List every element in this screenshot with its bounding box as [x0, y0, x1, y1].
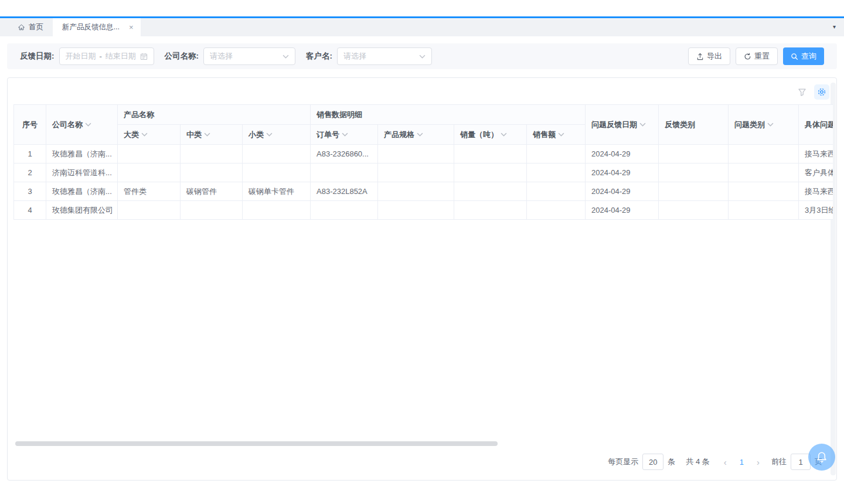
table-cell	[378, 201, 454, 220]
table-cell	[729, 145, 799, 164]
tab-bar: 首页 新产品反馈信息... × ▾	[0, 18, 844, 36]
date-filter-label: 反馈日期:	[20, 51, 55, 62]
table-cell	[729, 201, 799, 220]
table-row: 3玫德雅昌（济南...管件类碳钢管件碳钢单卡管件A83-232L852A2024…	[14, 182, 833, 201]
caret-down-icon	[85, 120, 91, 128]
table-cell	[454, 164, 527, 182]
table-card: 序号 公司名称 产品名称 销售数据明细 问题反馈日期 反馈类别 问题类别 具体问…	[7, 77, 837, 481]
table-cell	[659, 182, 729, 201]
table-cell	[454, 182, 527, 201]
tab-home[interactable]: 首页	[8, 18, 53, 36]
customer-select[interactable]: 请选择	[337, 47, 432, 65]
gear-icon	[817, 87, 826, 97]
company-select-placeholder: 请选择	[210, 51, 233, 62]
table-cell: 2024-04-29	[586, 145, 659, 164]
table-header-group-row: 序号 公司名称 产品名称 销售数据明细 问题反馈日期 反馈类别 问题类别 具体问…	[14, 105, 833, 125]
tab-home-label: 首页	[29, 22, 43, 32]
col-header-spec[interactable]: 产品规格	[378, 125, 454, 145]
table-cell	[729, 164, 799, 182]
date-end-placeholder: 结束日期	[106, 51, 136, 62]
caret-down-icon	[639, 120, 646, 128]
table-cell	[243, 201, 311, 220]
notification-bell-button[interactable]	[808, 444, 835, 471]
table-cell: 1	[14, 145, 46, 164]
table-row: 4玫德集团有限公司2024-04-293月3日给	[14, 201, 833, 220]
home-icon	[18, 23, 25, 31]
table-cell: A83-2326860...	[311, 145, 378, 164]
col-header-volume[interactable]: 销量（吨）	[454, 125, 527, 145]
col-header-cat-minor[interactable]: 小类	[243, 125, 311, 145]
reset-button[interactable]: 重置	[736, 47, 778, 65]
caret-down-icon	[342, 130, 348, 138]
page-size-unit: 条	[668, 457, 675, 467]
refresh-icon	[744, 53, 751, 60]
table-cell	[181, 201, 243, 220]
date-separator: -	[100, 52, 102, 61]
table-cell: 碳钢单卡管件	[243, 182, 311, 201]
table-cell: 客户具体	[799, 164, 833, 182]
table-cell	[729, 182, 799, 201]
tabbar-dropdown-icon[interactable]: ▾	[833, 23, 836, 30]
table-cell: 接马来西亚	[799, 145, 833, 164]
page-size-input[interactable]	[642, 454, 663, 470]
tab-active-label: 新产品反馈信息...	[62, 22, 120, 32]
prev-page-icon[interactable]: ‹	[718, 457, 733, 467]
table-cell: 3月3日给	[799, 201, 833, 220]
col-header-amount[interactable]: 销售额	[527, 125, 586, 145]
filter-funnel-icon[interactable]	[798, 88, 806, 97]
date-start-placeholder: 开始日期	[66, 51, 96, 62]
table-cell	[454, 201, 527, 220]
pagination: 每页显示 条 共 4 条 ‹ 1 › 前往 页	[608, 453, 822, 471]
caret-down-icon	[558, 130, 564, 138]
horizontal-scrollbar-thumb[interactable]	[15, 441, 498, 446]
customer-filter-label: 客户名:	[306, 51, 332, 62]
caret-down-icon	[767, 120, 774, 128]
table-cell: 3	[14, 182, 46, 201]
next-page-icon[interactable]: ›	[751, 457, 765, 467]
table-row: 2济南迈科管道科...2024-04-29客户具体	[14, 164, 833, 182]
table-cell	[527, 164, 586, 182]
table-cell: 2	[14, 164, 46, 182]
table-cell	[311, 164, 378, 182]
col-header-order-no[interactable]: 订单号	[311, 125, 378, 145]
table-cell	[243, 145, 311, 164]
col-header-cat-mid[interactable]: 中类	[181, 125, 243, 145]
date-range-input[interactable]: 开始日期 - 结束日期	[59, 47, 154, 65]
caret-down-icon	[501, 130, 507, 138]
table-cell	[243, 164, 311, 182]
group-header-sales-detail: 销售数据明细	[311, 105, 586, 125]
search-button-label: 查询	[801, 51, 816, 62]
table-cell: 碳钢管件	[181, 182, 243, 201]
close-icon[interactable]: ×	[129, 23, 134, 32]
tab-active[interactable]: 新产品反馈信息... ×	[53, 18, 141, 36]
search-icon	[791, 53, 798, 60]
company-select[interactable]: 请选择	[203, 47, 295, 65]
table-cell	[181, 145, 243, 164]
filter-bar: 反馈日期: 开始日期 - 结束日期 公司名称: 请选择 客户名: 请选择	[7, 43, 837, 69]
table-cell: 玫德雅昌（济南...	[46, 182, 118, 201]
table-row: 1玫德雅昌（济南...A83-2326860...2024-04-29接马来西亚	[14, 145, 833, 164]
column-settings-button[interactable]	[814, 84, 829, 100]
table-cell	[311, 201, 378, 220]
col-header-cat-major[interactable]: 大类	[118, 125, 181, 145]
col-header-feedback-date[interactable]: 问题反馈日期	[586, 105, 659, 145]
export-button[interactable]: 导出	[688, 47, 730, 65]
table-cell	[378, 164, 454, 182]
goto-page-input[interactable]	[791, 454, 811, 470]
upload-icon	[696, 53, 704, 60]
table-cell	[527, 145, 586, 164]
search-button[interactable]: 查询	[783, 47, 824, 65]
goto-label: 前往	[771, 457, 787, 467]
table-cell	[454, 145, 527, 164]
table-cell: 管件类	[118, 182, 181, 201]
caret-down-icon	[266, 130, 273, 138]
table-toolbar	[798, 84, 829, 100]
col-header-problem-detail: 具体问题	[799, 105, 833, 145]
total-count-label: 共 4 条	[686, 457, 709, 467]
col-header-problem-type[interactable]: 问题类别	[729, 105, 799, 145]
calendar-icon	[140, 53, 148, 60]
table-cell	[118, 164, 181, 182]
col-header-company[interactable]: 公司名称	[46, 105, 118, 145]
chevron-down-icon	[419, 55, 426, 59]
current-page-number[interactable]: 1	[733, 458, 751, 466]
